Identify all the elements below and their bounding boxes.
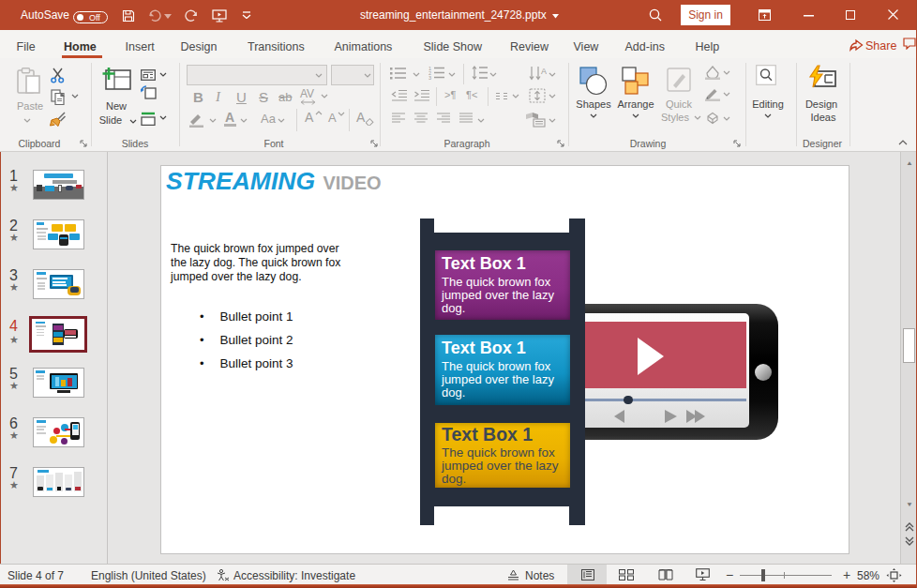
svg-text:A: A xyxy=(541,67,547,76)
svg-text:3: 3 xyxy=(428,75,431,80)
